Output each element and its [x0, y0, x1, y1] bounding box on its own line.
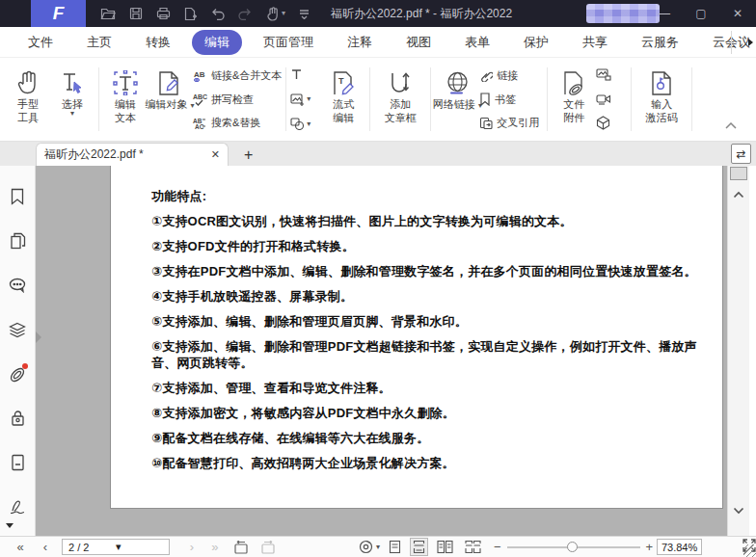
scroll-up-icon[interactable] [733, 185, 744, 202]
view-mode-caret-icon[interactable]: ▾ [376, 543, 380, 551]
comments-panel-button[interactable] [8, 276, 27, 295]
pages-panel-button[interactable] [8, 231, 27, 251]
new-tab-button[interactable]: + [244, 147, 253, 163]
save-icon[interactable] [129, 7, 143, 20]
next-view-button[interactable] [259, 541, 276, 554]
first-page-button[interactable]: « [12, 540, 29, 554]
document-tab[interactable]: 福昕办公2022.pdf * ✕ [36, 143, 229, 166]
destinations-panel-button[interactable] [8, 453, 27, 472]
add-article-box-button[interactable]: 添加 文章框 [374, 65, 426, 134]
bookmarks-panel-button[interactable] [8, 187, 27, 206]
status-bar: « ‹ 2 / 2 ▾ › » ▾ − [0, 536, 756, 557]
foxit-logo[interactable]: F [31, 0, 86, 27]
panel-expand-handle-icon[interactable] [36, 332, 41, 343]
add-3d-button[interactable] [596, 116, 610, 130]
add-shapes-button[interactable]: ▾ [290, 118, 310, 130]
doc-line: ⑤支持添加、编辑、删除和管理页眉页脚、背景和水印。 [151, 313, 713, 330]
ribbon-separator [98, 67, 99, 131]
hand-tool-quick-icon[interactable]: ▾ [266, 7, 285, 21]
tab-comment[interactable]: 注释 [335, 30, 385, 55]
undo-icon[interactable] [210, 8, 225, 20]
page-indicator: 2 / 2 [68, 542, 116, 553]
layers-panel-button[interactable] [8, 320, 27, 339]
svg-text:AB: AB [194, 70, 205, 79]
doc-line: ⑦支持添加、管理、查看和导览文件注释。 [151, 380, 713, 396]
previous-page-button[interactable]: ‹ [37, 540, 54, 554]
ribbon-separator [430, 67, 431, 131]
vertical-scrollbar[interactable] [727, 166, 749, 536]
collapse-ribbon-button[interactable] [725, 116, 737, 133]
maximize-button[interactable]: ▢ [683, 0, 719, 27]
print-icon[interactable] [156, 7, 171, 20]
single-page-mode-button[interactable] [386, 538, 404, 556]
cross-reference-button[interactable]: 交叉引用 [479, 116, 543, 130]
zoom-slider[interactable] [507, 546, 640, 548]
flow-edit-button[interactable]: T 流式 编辑 [321, 65, 365, 134]
bookmark-ribbon-button[interactable]: 书签 [479, 93, 543, 107]
web-link-button[interactable]: 网络链接 ▾ [435, 65, 479, 134]
customize-toolbar-icon[interactable] [299, 8, 310, 19]
tab-home[interactable]: 主页 [74, 30, 124, 55]
right-gutter [749, 166, 756, 536]
open-file-icon[interactable] [100, 7, 116, 20]
edit-text-icon [113, 68, 138, 97]
zoom-in-button[interactable]: + [646, 540, 654, 554]
page-box-caret-icon[interactable]: ▾ [116, 541, 163, 553]
last-page-button[interactable]: » [206, 540, 224, 554]
facing-continuous-mode-button[interactable] [462, 538, 484, 556]
next-page-button[interactable]: › [183, 540, 201, 554]
ribbon-separator [691, 67, 692, 131]
tab-cloud-service[interactable]: 云服务 [629, 30, 691, 55]
link-merge-text-button[interactable]: AB 链接&合并文本 [192, 68, 282, 83]
continuous-mode-button[interactable] [410, 538, 428, 556]
scroll-direction-icon[interactable]: ⇄ [731, 144, 751, 164]
app-window: F ▾ [0, 0, 756, 557]
facing-mode-button[interactable] [434, 538, 456, 556]
tab-file[interactable]: 文件 [15, 30, 66, 55]
hand-tool-button[interactable]: 手型 工具 [6, 65, 50, 134]
link-button[interactable]: 链接 [479, 68, 543, 83]
document-viewport[interactable]: 功能特点: ①支持OCR图文识别，快速将扫描件、图片上的文字转换为可编辑的文本。… [36, 166, 727, 536]
hand-tool-caret-icon[interactable]: ▾ [282, 10, 285, 17]
zoom-slider-handle[interactable] [567, 542, 578, 552]
new-page-icon[interactable] [184, 7, 197, 21]
page-number-box[interactable]: 2 / 2 ▾ [62, 539, 170, 555]
pdf-page[interactable]: 功能特点: ①支持OCR图文识别，快速将扫描件、图片上的文字转换为可编辑的文本。… [110, 166, 723, 509]
tab-protect[interactable]: 保护 [511, 30, 561, 55]
security-panel-button[interactable] [8, 409, 27, 428]
doc-line: ⑧支持添加密文，将敏感内容从PDF文档中永久删除。 [151, 405, 713, 421]
previous-view-button[interactable] [233, 541, 250, 554]
scroll-down-icon[interactable] [733, 501, 744, 518]
menu-overflow-arrow-icon[interactable] [748, 39, 753, 46]
attachments-panel-button[interactable] [8, 364, 27, 384]
spell-check-button[interactable]: ABC 拼写检查 [192, 93, 282, 107]
zoom-out-button[interactable]: − [494, 540, 501, 554]
tab-view[interactable]: 视图 [393, 30, 444, 55]
tab-close-icon[interactable]: ✕ [211, 148, 220, 161]
sidebar-more-icon[interactable] [6, 523, 14, 528]
add-video-button[interactable] [596, 93, 611, 105]
tab-page-manage[interactable]: 页面管理 [251, 30, 326, 55]
add-image-object-button[interactable] [596, 68, 611, 81]
tab-form[interactable]: 表单 [452, 30, 502, 55]
signature-panel-button[interactable] [8, 497, 27, 517]
search-replace-button[interactable]: ABAC 搜索&替换 [192, 116, 282, 130]
add-image-button[interactable]: ▾ [290, 93, 310, 106]
enter-activation-code-button[interactable]: 输入 激活码 [635, 65, 688, 134]
edit-text-button[interactable]: 编辑 文本 [103, 65, 148, 134]
tab-convert[interactable]: 转换 [133, 30, 183, 55]
select-tool-button[interactable]: 选择 ▾ [50, 65, 94, 134]
window-resize-grip[interactable] [743, 544, 756, 557]
tab-share[interactable]: 共享 [570, 30, 620, 55]
doc-line: ⑩配备智慧打印、高效招聘两大企业场景化解决方案。 [151, 455, 713, 471]
minimize-button[interactable]: — [646, 0, 683, 27]
close-button[interactable]: ✕ [719, 0, 756, 27]
file-attachment-button[interactable]: 文件 附件 [552, 65, 596, 134]
add-text-button[interactable] [290, 68, 303, 81]
tab-edit[interactable]: 编辑 [192, 30, 242, 55]
zoom-value-box[interactable]: 73.84% [657, 539, 702, 555]
scrollbar-thumb[interactable] [730, 167, 747, 180]
view-mode-button[interactable]: ▾ [359, 540, 380, 554]
edit-object-button[interactable]: 编辑对象 ▾ [148, 65, 192, 134]
doc-line: ①支持OCR图文识别，快速将扫描件、图片上的文字转换为可编辑的文本。 [151, 213, 713, 229]
